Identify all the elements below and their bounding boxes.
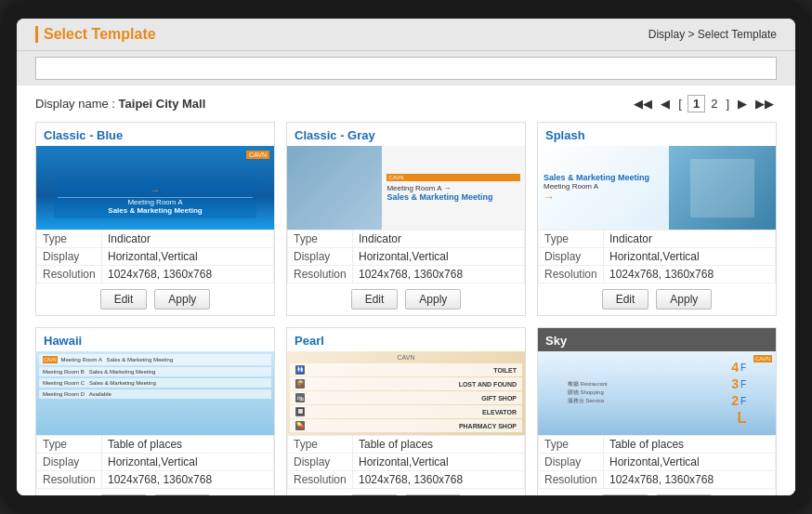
pearl-label-3: GIFT SHOP [310,395,517,402]
template-card-splash: Splash Sales & Marketing Meeting Meeting… [537,122,777,316]
pearl-row-1: 🚻 TOILET [290,363,522,376]
table-row: Display Horizontal,Vertical [539,248,776,266]
preview-classic-blue: CAVN → Meeting Room A Sales & Marketing … [36,146,274,230]
page-1[interactable]: 1 [688,95,705,112]
table-row: Type Table of places [37,436,274,454]
pearl-row-5: 💊 PHARMACY SHOP [290,419,522,432]
sky-floor-4: 4 F [731,360,746,375]
card-actions-pearl: Edit Apply [287,489,525,495]
hawaii-room-1: Meeting Room A Sales & Marketing Meeting [61,357,174,362]
resolution-label: Resolution [288,471,353,489]
preview-cg-img [287,146,382,230]
display-name-label: Display name : [35,97,119,111]
hawaii-room-2: Meeting Room B Sales & Marketing Meeting [43,369,155,375]
table-row: Type Table of places [539,436,776,454]
device-frame: Select Template Display > Select Templat… [0,0,812,514]
card-actions-classic-blue: Edit Apply [36,283,274,315]
apply-button-hawaii[interactable]: Apply [154,494,210,495]
template-card-hawaii: Hawaii CAVN Meeting Room A Sales & Marke… [35,327,275,495]
edit-button-classic-gray[interactable]: Edit [351,289,399,310]
apply-button-pearl[interactable]: Apply [405,494,461,495]
sky-floor-label-2: 2 [731,393,739,408]
display-label: Display [288,248,353,266]
page-prev[interactable]: ◀ [658,96,673,112]
type-value: Indicator [604,231,776,248]
resolution-label: Resolution [288,266,353,283]
template-card-classic-gray: Classic - Gray CAVN Meeting Room A → Sal… [286,122,526,316]
search-input[interactable] [35,57,777,80]
pearl-label-1: TOILET [310,367,517,374]
edit-button-splash[interactable]: Edit [602,289,649,310]
table-row: Display Horizontal,Vertical [288,454,525,471]
edit-button-pearl[interactable]: Edit [351,494,399,495]
pearl-label-2: LOST AND FOUND [310,381,517,388]
apply-button-classic-blue[interactable]: Apply [154,289,210,310]
sky-floor-letter-3: F [740,379,746,389]
display-label: Display [37,248,102,266]
page-2[interactable]: 2 [708,96,720,112]
preview-pearl: CAVN 🚻 TOILET 📦 LOST AND FOUND 🛍 GIFT SH… [287,351,525,435]
page-next[interactable]: ▶ [735,96,750,112]
info-table-hawaii: Type Table of places Display Horizontal,… [36,435,274,489]
pearl-header: CAVN [290,354,522,361]
display-label: Display [539,454,604,471]
card-actions-splash: Edit Apply [538,283,776,315]
breadcrumb-sep: > [688,28,697,41]
info-table-sky: Type Table of places Display Horizontal,… [538,435,776,489]
breadcrumb: Display > Select Template [648,28,777,41]
table-row: Type Indicator [288,231,525,248]
sky-info-text: 餐廳 Restaurant購物 Shopping服務台 Service [568,380,682,405]
pearl-icon-4: 🔲 [295,407,305,416]
search-bar [17,51,795,86]
hawaii-row-3: Meeting Room C Sales & Marketing Meeting [39,378,271,388]
type-label: Type [539,436,604,454]
display-value: Horizontal,Vertical [102,454,274,471]
card-actions-classic-gray: Edit Apply [287,283,525,315]
hawaii-row-4: Meeting Room D Available [39,389,271,399]
hawaii-room-4: Meeting Room D Available [43,391,111,397]
pearl-icon-5: 💊 [295,421,305,430]
resolution-value: 1024x768, 1360x768 [102,266,274,283]
sky-floor-letter-4: F [740,362,746,373]
resolution-label: Resolution [539,266,604,283]
table-row: Type Table of places [288,436,525,454]
hawaii-room-3: Meeting Room C Sales & Marketing Meeting [43,380,156,386]
sky-floor-label-3: 3 [731,376,739,391]
pearl-label-4: ELEVATOR [310,409,517,415]
type-value: Indicator [102,231,274,248]
pagination: ◀◀ ◀ [ 1 2 ] ▶ ▶▶ [631,95,777,112]
info-table-classic-blue: Type Indicator Display Horizontal,Vertic… [36,230,274,283]
display-value: Horizontal,Vertical [102,248,274,266]
table-row: Display Horizontal,Vertical [37,248,274,266]
hawaii-row-1: CAVN Meeting Room A Sales & Marketing Me… [39,354,271,365]
sky-floor-label-4: 4 [731,360,739,375]
preview-splash-meeting: Meeting Room A [544,182,663,191]
page-first[interactable]: ◀◀ [631,96,655,112]
card-title-splash: Splash [538,123,776,146]
hawaii-row-2: Meeting Room B Sales & Marketing Meeting [39,367,271,376]
preview-hawaii: CAVN Meeting Room A Sales & Marketing Me… [36,351,274,435]
type-value: Indicator [353,231,525,248]
resolution-label: Resolution [539,471,604,489]
edit-button-sky[interactable]: Edit [602,494,649,495]
resolution-value: 1024x768, 1360x768 [604,471,776,489]
sky-logo: CAVN [753,355,772,362]
pearl-row-2: 📦 LOST AND FOUND [290,377,522,390]
edit-button-classic-blue[interactable]: Edit [100,289,148,310]
table-row: Display Horizontal,Vertical [37,454,274,471]
pearl-icon-2: 📦 [295,379,305,389]
page-last[interactable]: ▶▶ [753,96,777,112]
edit-button-hawaii[interactable]: Edit [100,494,148,495]
table-row: Resolution 1024x768, 1360x768 [37,471,274,489]
apply-button-splash[interactable]: Apply [656,289,712,310]
preview-sky: CAVN 餐廳 Restaurant購物 Shopping服務台 Service… [538,351,776,435]
card-actions-sky: Edit Apply [538,489,776,495]
pearl-label-5: PHARMACY SHOP [310,423,517,429]
apply-button-classic-gray[interactable]: Apply [405,289,461,310]
hawaii-logo-1: CAVN [43,356,58,363]
type-label: Type [37,231,102,248]
card-title-hawaii: Hawaii [36,328,274,351]
display-label: Display [539,248,604,266]
apply-button-sky[interactable]: Apply [656,494,712,495]
sky-info: 餐廳 Restaurant購物 Shopping服務台 Service [568,380,682,407]
